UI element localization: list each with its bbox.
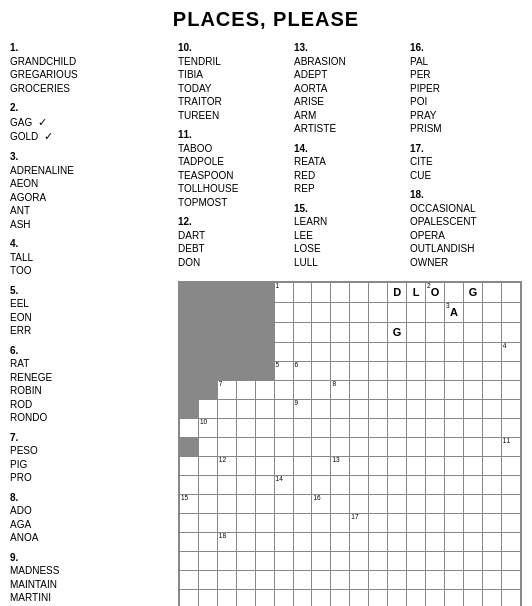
cell-11-3[interactable] [236,495,255,514]
cell-14-16[interactable] [482,552,501,571]
cell-12-6[interactable] [293,514,312,533]
cell-9-16[interactable] [482,457,501,476]
cell-15-14[interactable] [445,571,464,590]
cell-9-9[interactable] [350,457,369,476]
cell-13-4[interactable] [255,533,274,552]
cell-12-7[interactable] [312,514,331,533]
cell-3-13[interactable] [426,343,445,362]
cell-16-6[interactable] [293,590,312,607]
cell-15-9[interactable] [350,571,369,590]
cell-14-6[interactable] [293,552,312,571]
cell-5-7[interactable] [312,381,331,400]
cell-13-8[interactable] [331,533,350,552]
cell-7-8[interactable] [331,419,350,438]
cell-8-6[interactable] [293,438,312,457]
cell-7-10[interactable] [369,419,388,438]
cell-1-13[interactable] [426,303,445,323]
cell-9-13[interactable] [426,457,445,476]
cell-15-1[interactable] [198,571,217,590]
cell-14-5[interactable] [274,552,293,571]
cell-8-3[interactable] [236,438,255,457]
cell-4-1[interactable] [198,362,217,381]
cell-13-1[interactable] [198,533,217,552]
cell-15-7[interactable] [312,571,331,590]
cell-10-13[interactable] [426,476,445,495]
cell-2-8[interactable] [331,323,350,343]
cell-10-4[interactable] [255,476,274,495]
cell-1-17[interactable] [501,303,520,323]
cell-11-5[interactable] [274,495,293,514]
cell-10-17[interactable] [501,476,520,495]
cell-13-5[interactable] [274,533,293,552]
cell-2-9[interactable] [350,323,369,343]
cell-8-5[interactable] [274,438,293,457]
cell-3-4[interactable] [255,343,274,362]
cell-5-11[interactable] [388,381,407,400]
cell-0-1[interactable] [198,283,217,303]
cell-9-8[interactable]: 13 [331,457,350,476]
cell-6-11[interactable] [388,400,407,419]
cell-1-0[interactable] [180,303,199,323]
cell-3-3[interactable] [236,343,255,362]
cell-5-5[interactable] [274,381,293,400]
cell-14-0[interactable] [180,552,199,571]
cell-8-9[interactable] [350,438,369,457]
cell-16-10[interactable] [369,590,388,607]
cell-16-12[interactable] [407,590,426,607]
cell-15-11[interactable] [388,571,407,590]
cell-2-12[interactable] [407,323,426,343]
cell-4-17[interactable] [501,362,520,381]
cell-9-1[interactable] [198,457,217,476]
cell-16-14[interactable] [445,590,464,607]
cell-0-10[interactable] [369,283,388,303]
cell-4-8[interactable] [331,362,350,381]
cell-1-12[interactable] [407,303,426,323]
cell-13-7[interactable] [312,533,331,552]
cell-15-3[interactable] [236,571,255,590]
cell-11-13[interactable] [426,495,445,514]
cell-8-8[interactable] [331,438,350,457]
cell-10-2[interactable] [217,476,236,495]
cell-9-5[interactable] [274,457,293,476]
cell-3-12[interactable] [407,343,426,362]
cell-16-17[interactable] [501,590,520,607]
cell-0-4[interactable] [255,283,274,303]
cell-2-5[interactable] [274,323,293,343]
cell-7-6[interactable] [293,419,312,438]
cell-7-9[interactable] [350,419,369,438]
cell-16-16[interactable] [482,590,501,607]
cell-1-9[interactable] [350,303,369,323]
cell-10-12[interactable] [407,476,426,495]
cell-4-7[interactable] [312,362,331,381]
cell-8-14[interactable] [445,438,464,457]
cell-2-7[interactable] [312,323,331,343]
cell-8-16[interactable] [482,438,501,457]
cell-8-15[interactable] [463,438,482,457]
cell-2-10[interactable] [369,323,388,343]
cell-12-17[interactable] [501,514,520,533]
cell-10-6[interactable] [293,476,312,495]
cell-0-5[interactable]: 1 [274,283,293,303]
cell-7-16[interactable] [482,419,501,438]
cell-2-16[interactable] [482,323,501,343]
cell-5-9[interactable] [350,381,369,400]
cell-8-10[interactable] [369,438,388,457]
cell-0-15[interactable]: G [463,283,482,303]
cell-7-14[interactable] [445,419,464,438]
cell-14-17[interactable] [501,552,520,571]
cell-9-14[interactable] [445,457,464,476]
cell-10-11[interactable] [388,476,407,495]
cell-11-6[interactable] [293,495,312,514]
cell-1-4[interactable] [255,303,274,323]
cell-5-6[interactable] [293,381,312,400]
cell-15-6[interactable] [293,571,312,590]
cell-12-13[interactable] [426,514,445,533]
cell-5-13[interactable] [426,381,445,400]
cell-7-7[interactable] [312,419,331,438]
cell-13-15[interactable] [463,533,482,552]
cell-16-3[interactable] [236,590,255,607]
cell-0-2[interactable] [217,283,236,303]
cell-13-12[interactable] [407,533,426,552]
cell-15-15[interactable] [463,571,482,590]
cell-13-2[interactable]: 18 [217,533,236,552]
